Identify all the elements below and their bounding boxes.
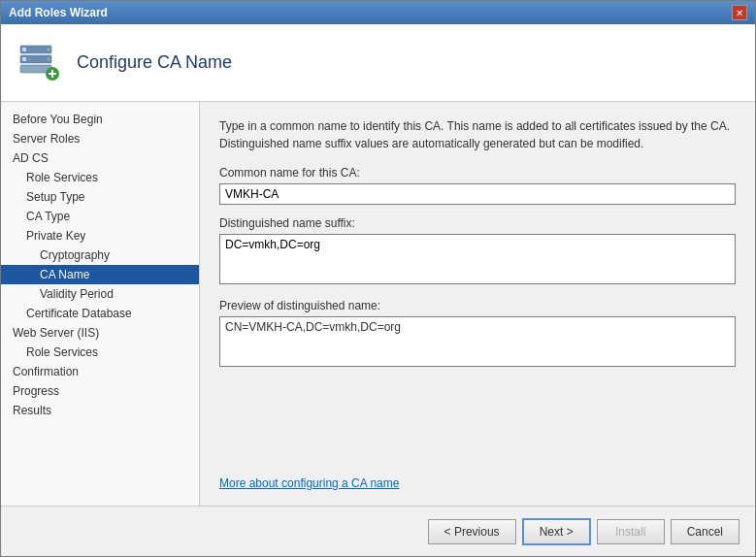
svg-point-2 — [48, 48, 50, 50]
sidebar-item-before-you-begin[interactable]: Before You Begin — [1, 110, 199, 129]
preview-value: CN=VMKH-CA,DC=vmkh,DC=org — [219, 316, 736, 367]
more-info-link[interactable]: More about configuring a CA name — [219, 465, 736, 490]
common-name-group: Common name for this CA: — [219, 166, 736, 205]
cancel-button[interactable]: Cancel — [671, 519, 740, 544]
page-title: Configure CA Name — [77, 52, 232, 73]
description-text: Type in a common name to identify this C… — [219, 117, 736, 152]
svg-rect-9 — [49, 73, 56, 75]
header-area: Configure CA Name — [1, 24, 755, 102]
sidebar-item-cryptography[interactable]: Cryptography — [1, 246, 199, 265]
sidebar-item-validity-period[interactable]: Validity Period — [1, 284, 199, 304]
title-bar: Add Roles Wizard ✕ — [1, 1, 755, 24]
content-area: Before You BeginServer RolesAD CSRole Se… — [1, 102, 755, 506]
sidebar-item-results[interactable]: Results — [1, 401, 199, 420]
wizard-window: Add Roles Wizard ✕ Configure CA Name — [0, 0, 756, 557]
common-name-input[interactable] — [219, 183, 736, 205]
preview-label: Preview of distinguished name: — [219, 299, 736, 312]
sidebar-item-role-services-iis[interactable]: Role Services — [1, 343, 199, 362]
footer: < Previous Next > Install Cancel — [1, 506, 755, 556]
sidebar-item-web-server-iis[interactable]: Web Server (IIS) — [1, 323, 199, 343]
sidebar: Before You BeginServer RolesAD CSRole Se… — [1, 102, 200, 506]
window-title: Add Roles Wizard — [9, 6, 108, 19]
close-button[interactable]: ✕ — [732, 5, 747, 20]
main-content: Type in a common name to identify this C… — [200, 102, 755, 506]
svg-rect-1 — [22, 48, 26, 51]
svg-rect-4 — [22, 57, 26, 61]
sidebar-item-confirmation[interactable]: Confirmation — [1, 362, 199, 381]
sidebar-item-ca-name[interactable]: CA Name — [1, 265, 199, 284]
next-button[interactable]: Next > — [522, 518, 591, 545]
sidebar-item-server-roles[interactable]: Server Roles — [1, 129, 199, 148]
sidebar-item-ad-cs[interactable]: AD CS — [1, 148, 199, 168]
sidebar-item-private-key[interactable]: Private Key — [1, 226, 199, 246]
preview-group: Preview of distinguished name: CN=VMKH-C… — [219, 299, 736, 367]
common-name-label: Common name for this CA: — [219, 166, 736, 180]
distinguished-suffix-input[interactable] — [219, 234, 736, 284]
sidebar-item-certificate-database[interactable]: Certificate Database — [1, 304, 199, 323]
sidebar-item-setup-type[interactable]: Setup Type — [1, 187, 199, 207]
svg-point-5 — [48, 57, 50, 60]
distinguished-suffix-label: Distinguished name suffix: — [219, 216, 736, 230]
sidebar-item-progress[interactable]: Progress — [1, 381, 199, 401]
install-button[interactable]: Install — [597, 519, 665, 544]
sidebar-item-role-services[interactable]: Role Services — [1, 168, 199, 187]
previous-button[interactable]: < Previous — [428, 519, 516, 544]
distinguished-suffix-group: Distinguished name suffix: — [219, 216, 736, 287]
wizard-icon — [16, 40, 63, 86]
sidebar-item-ca-type[interactable]: CA Type — [1, 207, 199, 226]
